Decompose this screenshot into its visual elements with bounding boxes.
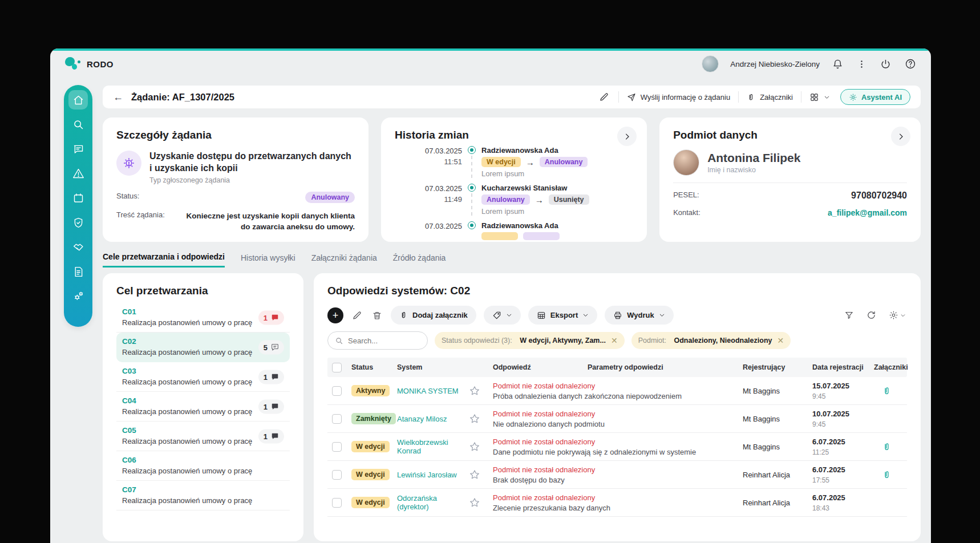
star-icon[interactable] <box>469 413 488 424</box>
tab-send-history[interactable]: Historia wysyłki <box>241 252 295 268</box>
row-checkbox[interactable] <box>332 470 342 480</box>
table-row[interactable]: Zamknięty Atanazy Milosz Podmiot nie zos… <box>327 405 907 433</box>
search-input[interactable] <box>348 337 411 345</box>
refresh-icon[interactable] <box>865 309 877 321</box>
attachment-paperclip-icon[interactable] <box>882 442 907 452</box>
subject-name: Antonina Filipek <box>707 151 800 165</box>
sidebar-item-documents[interactable] <box>68 262 88 281</box>
chevron-down-icon <box>824 94 830 100</box>
table-row[interactable]: W edycji Lewiński Jarosław Podmiot nie z… <box>327 461 907 489</box>
table-header: Status System Odpowiedź Parametry odpowi… <box>327 358 907 377</box>
user-name[interactable]: Andrzej Niebiesko-Zielony <box>730 60 820 68</box>
contact-email-link[interactable]: a_filipek@gmail.com <box>828 208 907 217</box>
print-button[interactable]: Wydruk <box>605 306 673 325</box>
row-checkbox[interactable] <box>332 386 342 396</box>
purpose-item-c06[interactable]: C06 Realizacja postanowień umowy o pracę <box>116 451 290 481</box>
comment-count-badge: 5 <box>258 340 284 354</box>
star-icon[interactable] <box>469 441 488 452</box>
tab-request-attachments[interactable]: Załączniki żądania <box>311 252 377 268</box>
layout-grid-button[interactable] <box>809 92 830 102</box>
shield-check-icon <box>72 217 84 229</box>
table-row[interactable]: W edycji Odorzańska (dyrektor) Podmiot n… <box>327 489 907 517</box>
request-details-title: Szczegóły żądania <box>116 129 355 141</box>
filter-chip-subject[interactable]: Podmiot: Odnaleziony, Nieodnaleziony ✕ <box>631 332 791 349</box>
select-all-checkbox[interactable] <box>332 363 342 372</box>
tag-button[interactable] <box>484 306 521 325</box>
purpose-item-c03[interactable]: C03 Realizacja postanowień umowy o pracę… <box>116 362 290 392</box>
sidebar-item-partners[interactable] <box>68 237 88 257</box>
kebab-menu-icon[interactable] <box>856 58 868 70</box>
contact-label: Kontakt: <box>673 208 700 217</box>
table-settings-gear-icon[interactable] <box>888 309 907 321</box>
purpose-item-c01[interactable]: C01 Realizacja postanowień umowy o pracę… <box>116 303 290 333</box>
status-to-badge: Anulowany <box>540 157 588 167</box>
back-button[interactable]: ← <box>113 91 123 103</box>
purpose-item-c07[interactable]: C07 Realizacja postanowień umowy o pracę <box>116 481 290 510</box>
notifications-bell-icon[interactable] <box>831 58 844 71</box>
star-icon[interactable] <box>469 385 488 396</box>
system-link[interactable]: Atanazy Milosz <box>397 415 464 423</box>
request-type-caption: Typ zgłoszonego żądania <box>149 176 355 184</box>
sidebar-item-alerts[interactable] <box>68 164 88 183</box>
sidebar-item-search[interactable] <box>68 115 88 134</box>
attachment-paperclip-icon[interactable] <box>882 470 907 480</box>
page-title: Żądanie: AF_1307/2025 <box>131 92 234 103</box>
history-expand-button[interactable] <box>617 127 637 146</box>
star-icon[interactable] <box>469 469 488 480</box>
system-link[interactable]: Lewiński Jarosław <box>397 471 464 479</box>
table-row[interactable]: W edycji Wielkobrzewski Konrad Podmiot n… <box>327 433 907 461</box>
sidebar-item-home[interactable] <box>68 90 88 110</box>
topbar: RODO Andrzej Niebiesko-Zielony <box>50 51 931 77</box>
power-icon[interactable] <box>879 58 892 71</box>
system-link[interactable]: Wielkobrzewski Konrad <box>397 438 464 455</box>
app-window: RODO Andrzej Niebiesko-Zielony <box>50 48 931 543</box>
edit-pencil-icon[interactable] <box>598 91 610 103</box>
history-author: Radziewanowska Ada <box>481 221 633 230</box>
attachment-paperclip-icon[interactable] <box>882 386 907 396</box>
purpose-item-c02[interactable]: C02 Realizacja postanowień umowy o pracę… <box>116 333 290 362</box>
add-response-button[interactable]: + <box>327 307 343 323</box>
help-icon[interactable] <box>904 57 917 71</box>
table-row[interactable]: Aktywny MONIKA SYSTEM Podmiot nie został… <box>327 377 907 405</box>
tab-purposes-responses[interactable]: Cele przetwarzania i odpowiedzi <box>103 252 225 268</box>
chevron-right-icon <box>897 132 905 141</box>
row-checkbox[interactable] <box>332 414 342 424</box>
sidebar-item-messages[interactable] <box>68 139 88 159</box>
system-link[interactable]: Odorzańska (dyrektor) <box>397 494 464 511</box>
ai-assistant-button[interactable]: Asystent AI <box>840 89 910 105</box>
sidebar-nav <box>64 85 92 327</box>
remove-filter-icon[interactable]: ✕ <box>609 336 618 345</box>
tab-request-source[interactable]: Źródło żądania <box>393 252 446 268</box>
filter-funnel-icon[interactable] <box>843 309 855 321</box>
export-button[interactable]: Eksport <box>528 306 597 325</box>
filter-chip-status[interactable]: Status odpowiedzi (3): W edycji, Aktywny… <box>435 332 625 349</box>
attachments-button[interactable]: Załączniki <box>747 93 793 102</box>
add-attachment-button[interactable]: Dodaj załącznik <box>391 306 476 325</box>
system-responses-card: Odpowiedzi systemów: C02 + Dodaj załączn… <box>314 273 921 541</box>
system-link[interactable]: MONIKA SYSTEM <box>397 387 464 395</box>
user-avatar[interactable] <box>702 55 719 72</box>
request-details-card: Szczegóły żądania Uzyskanie dostępu do p… <box>103 117 368 242</box>
sidebar-item-calendar[interactable] <box>68 188 88 208</box>
remove-filter-icon[interactable]: ✕ <box>775 336 784 345</box>
history-entry: 07.03.202511:49 Kucharzewski Stanisław A… <box>395 184 633 216</box>
send-request-info-button[interactable]: Wyślij informację o żądaniu <box>627 92 730 102</box>
row-checkbox[interactable] <box>332 442 342 452</box>
subject-avatar <box>673 149 699 176</box>
delete-trash-icon[interactable] <box>371 309 383 322</box>
comment-count-badge: 1 <box>258 370 284 384</box>
search-box[interactable] <box>327 331 428 350</box>
purpose-item-c04[interactable]: C04 Realizacja postanowień umowy o pracę… <box>116 392 290 422</box>
sidebar-item-settings[interactable] <box>68 286 88 306</box>
status-from-badge <box>481 232 518 240</box>
tab-bar: Cele przetwarzania i odpowiedzi Historia… <box>103 252 921 268</box>
edit-response-pencil-icon[interactable] <box>351 309 363 322</box>
row-checkbox[interactable] <box>332 498 342 508</box>
app-name: RODO <box>87 59 114 69</box>
status-badge: Anulowany <box>305 192 355 203</box>
subject-expand-button[interactable] <box>891 127 910 146</box>
pesel-value: 97080702940 <box>851 191 907 201</box>
purpose-item-c05[interactable]: C05 Realizacja postanowień umowy o pracę… <box>116 422 290 451</box>
sidebar-item-security[interactable] <box>68 213 88 232</box>
star-icon[interactable] <box>469 497 488 508</box>
